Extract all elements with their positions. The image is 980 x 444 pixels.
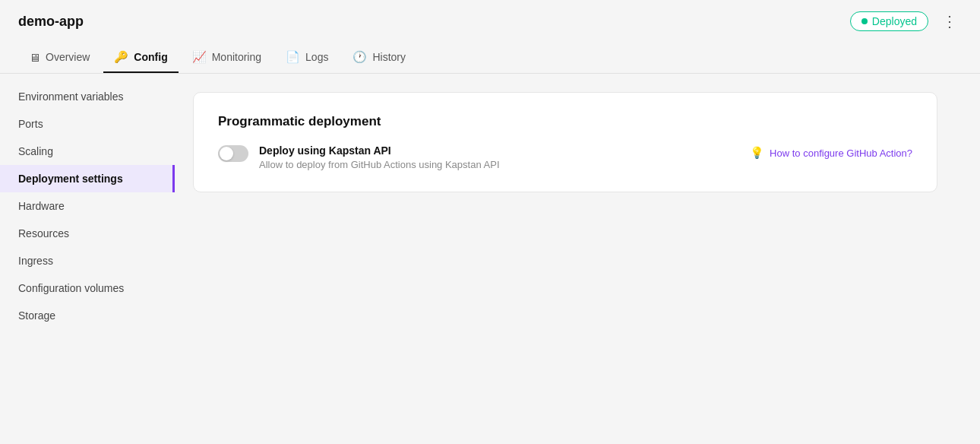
tab-history-label: History: [372, 51, 406, 63]
deployed-label: Deployed: [872, 15, 917, 27]
sidebar-item-scaling[interactable]: Scaling: [0, 138, 175, 165]
key-icon: 🔑: [114, 50, 128, 64]
monitor-icon: 🖥: [29, 51, 40, 64]
tab-overview-label: Overview: [46, 51, 90, 63]
sidebar-item-configuration-volumes-label: Configuration volumes: [18, 282, 124, 294]
tab-logs[interactable]: 📄 Logs: [275, 43, 339, 73]
toggle-label: Deploy using Kapstan API: [259, 144, 500, 157]
sidebar-item-hardware-label: Hardware: [18, 200, 65, 212]
more-options-button[interactable]: ⋮: [937, 9, 962, 33]
sidebar-item-ports[interactable]: Ports: [0, 110, 175, 138]
github-action-help-link[interactable]: 💡 How to configure GitHub Action?: [750, 146, 912, 160]
main-layout: Environment variables Ports Scaling Depl…: [0, 74, 980, 442]
nav-tabs: 🖥 Overview 🔑 Config 📈 Monitoring 📄 Logs …: [0, 43, 980, 74]
toggle-text: Deploy using Kapstan API Allow to deploy…: [259, 144, 500, 170]
sidebar-item-environment-variables-label: Environment variables: [18, 90, 124, 103]
sidebar-item-resources-label: Resources: [18, 227, 69, 239]
help-link-label: How to configure GitHub Action?: [770, 147, 912, 159]
sidebar-item-ingress-label: Ingress: [18, 255, 53, 267]
toggle-description: Allow to deploy from GitHub Actions usin…: [259, 159, 500, 170]
deployed-badge: Deployed: [850, 11, 928, 31]
header: demo-app Deployed ⋮: [0, 0, 980, 43]
tab-config[interactable]: 🔑 Config: [103, 43, 178, 73]
card-title: Programmatic deployment: [218, 114, 912, 129]
chart-icon: 📈: [192, 50, 207, 64]
sidebar-item-resources[interactable]: Resources: [0, 220, 175, 247]
programmatic-deployment-card: Programmatic deployment Deploy using Kap…: [193, 92, 937, 192]
toggle-left: Deploy using Kapstan API Allow to deploy…: [218, 144, 500, 170]
sidebar-item-deployment-settings[interactable]: Deployment settings: [0, 165, 175, 192]
more-icon: ⋮: [942, 12, 957, 30]
tab-overview[interactable]: 🖥 Overview: [18, 43, 100, 73]
sidebar-item-ingress[interactable]: Ingress: [0, 247, 175, 274]
sidebar-item-storage-label: Storage: [18, 309, 55, 322]
tab-monitoring[interactable]: 📈 Monitoring: [182, 43, 272, 73]
tab-config-label: Config: [134, 51, 167, 63]
deployed-dot-icon: [861, 18, 868, 24]
document-icon: 📄: [286, 50, 300, 64]
sidebar-item-deployment-settings-label: Deployment settings: [18, 173, 123, 185]
tab-monitoring-label: Monitoring: [212, 51, 261, 63]
app-title: demo-app: [18, 14, 84, 30]
sidebar-item-ports-label: Ports: [18, 118, 43, 130]
clock-icon: 🕐: [352, 50, 367, 64]
deploy-api-toggle[interactable]: [218, 145, 248, 162]
header-right: Deployed ⋮: [850, 9, 962, 33]
content-area: Programmatic deployment Deploy using Kap…: [175, 74, 980, 442]
sidebar: Environment variables Ports Scaling Depl…: [0, 74, 175, 442]
sidebar-item-scaling-label: Scaling: [18, 145, 53, 157]
toggle-knob: [220, 147, 233, 160]
tab-history[interactable]: 🕐 History: [342, 43, 416, 73]
sidebar-item-hardware[interactable]: Hardware: [0, 192, 175, 220]
bulb-icon: 💡: [750, 146, 764, 160]
sidebar-item-configuration-volumes[interactable]: Configuration volumes: [0, 274, 175, 302]
toggle-row: Deploy using Kapstan API Allow to deploy…: [218, 144, 912, 170]
tab-logs-label: Logs: [305, 51, 328, 63]
sidebar-item-storage[interactable]: Storage: [0, 302, 175, 329]
sidebar-item-environment-variables[interactable]: Environment variables: [0, 83, 175, 110]
